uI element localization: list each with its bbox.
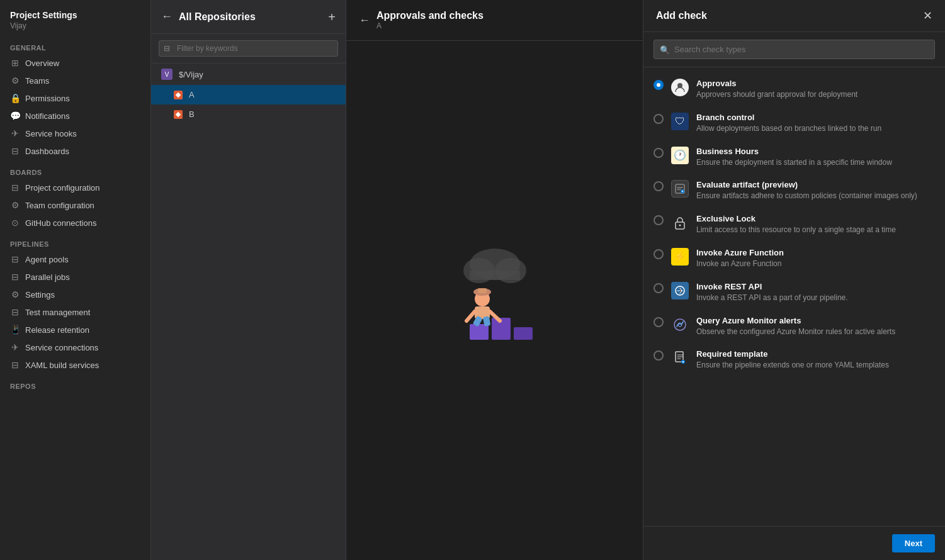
xaml-icon: ⊟ xyxy=(10,360,20,370)
lock-icon: 🔒 xyxy=(10,93,20,103)
sidebar-section-repos: Repos xyxy=(0,374,150,393)
svg-rect-12 xyxy=(478,288,487,293)
svg-point-19 xyxy=(679,225,681,227)
check-radio-required-template[interactable] xyxy=(654,350,664,361)
check-item-evaluate-artifact[interactable]: Evaluate artifact (preview) Ensure artif… xyxy=(643,174,945,208)
sidebar-section-general: General xyxy=(0,35,150,54)
check-search-input[interactable] xyxy=(654,40,935,59)
repo-group-icon: V xyxy=(161,69,173,80)
sidebar-item-test-management[interactable]: ⊟ Test management xyxy=(0,303,150,321)
repo-item-a[interactable]: A xyxy=(151,85,346,104)
repos-back-button[interactable]: ← xyxy=(161,10,173,23)
check-icon-business-hours: 🕐 xyxy=(671,147,689,164)
check-item-branch-control[interactable]: 🛡 Branch control Allow deployments based… xyxy=(643,106,945,140)
empty-illustration xyxy=(419,230,570,356)
repos-header: ← All Repositories + xyxy=(151,0,346,34)
check-radio-invoke-rest[interactable] xyxy=(654,283,664,293)
svg-rect-6 xyxy=(514,327,533,340)
teams-icon: ⚙ xyxy=(10,76,20,86)
check-item-required-template[interactable]: Required template Ensure the pipeline ex… xyxy=(643,343,945,377)
sidebar: Project Settings Vijay General ⊞ Overvie… xyxy=(0,0,151,560)
check-radio-query-monitor[interactable] xyxy=(654,317,664,327)
sidebar-item-service-connections[interactable]: ✈ Service connections xyxy=(0,339,150,356)
test-icon: ⊟ xyxy=(10,307,20,317)
parallel-jobs-icon: ⊟ xyxy=(10,272,20,282)
dashboard-icon: ⊟ xyxy=(10,146,20,156)
check-icon-required-template xyxy=(671,349,689,367)
check-item-exclusive-lock[interactable]: Exclusive Lock Limit access to this reso… xyxy=(643,208,945,242)
repo-item-b[interactable]: B xyxy=(151,104,346,124)
repos-filter-input[interactable] xyxy=(159,40,338,57)
settings-icon: ⚙ xyxy=(10,289,20,300)
main-back-button[interactable]: ← xyxy=(359,14,370,27)
check-radio-invoke-azure[interactable] xyxy=(654,249,664,259)
retention-icon: 📱 xyxy=(10,325,20,335)
check-name-exclusive-lock: Exclusive Lock xyxy=(696,214,935,223)
sidebar-item-overview[interactable]: ⊞ Overview xyxy=(0,54,150,72)
repo-dot-inner-b xyxy=(176,111,181,116)
check-item-business-hours[interactable]: 🕐 Business Hours Ensure the deployment i… xyxy=(643,140,945,174)
check-icon-invoke-azure: ⚡ xyxy=(671,248,689,266)
add-check-close-button[interactable]: ✕ xyxy=(923,10,932,21)
sidebar-item-parallel-jobs[interactable]: ⊟ Parallel jobs xyxy=(0,268,150,286)
check-radio-branch-control[interactable] xyxy=(654,114,664,124)
svg-rect-3 xyxy=(470,271,520,280)
check-item-approvals[interactable]: Approvals Approvers should grant approva… xyxy=(643,72,945,106)
sidebar-item-agent-pools[interactable]: ⊟ Agent pools xyxy=(0,250,150,268)
svg-point-21 xyxy=(674,319,686,330)
sidebar-item-teams[interactable]: ⚙ Teams xyxy=(0,72,150,89)
sidebar-item-project-config[interactable]: ⊟ Project configuration xyxy=(0,179,150,196)
team-config-icon: ⚙ xyxy=(10,200,20,210)
check-radio-evaluate-artifact[interactable] xyxy=(654,181,664,191)
check-icon-query-monitor xyxy=(671,316,689,333)
check-item-query-monitor[interactable]: Query Azure Monitor alerts Observe the c… xyxy=(643,310,945,344)
sidebar-item-dashboards[interactable]: ⊟ Dashboards xyxy=(0,142,150,160)
add-check-search-section: 🔍 xyxy=(643,32,945,67)
agent-pools-icon: ⊟ xyxy=(10,254,20,264)
check-info-invoke-rest: Invoke REST API Invoke a REST API as a p… xyxy=(696,282,935,303)
check-name-query-monitor: Query Azure Monitor alerts xyxy=(696,316,935,325)
sidebar-item-settings[interactable]: ⚙ Settings xyxy=(0,286,150,303)
sidebar-item-permissions[interactable]: 🔒 Permissions xyxy=(0,89,150,107)
main-panel-title: Approvals and checks xyxy=(376,10,484,21)
check-name-business-hours: Business Hours xyxy=(696,147,935,156)
check-name-invoke-azure: Invoke Azure Function xyxy=(696,248,935,257)
svg-rect-4 xyxy=(470,324,489,340)
hook-icon: ✈ xyxy=(10,128,20,138)
check-icon-branch-control: 🛡 xyxy=(671,113,689,130)
repo-group-vijay[interactable]: V $/Vijay xyxy=(151,64,346,85)
check-name-branch-control: Branch control xyxy=(696,113,935,122)
sidebar-item-xaml[interactable]: ⊟ XAML build services xyxy=(0,356,150,374)
repos-panel: ← All Repositories + ⊟ V $/Vijay A B xyxy=(151,0,346,560)
empty-state-svg xyxy=(419,230,570,356)
grid-icon: ⊞ xyxy=(10,58,20,68)
repo-group-label: $/Vijay xyxy=(179,70,203,79)
sidebar-section-boards: Boards xyxy=(0,160,150,179)
sidebar-item-notifications[interactable]: 💬 Notifications xyxy=(0,107,150,125)
check-info-query-monitor: Query Azure Monitor alerts Observe the c… xyxy=(696,316,935,337)
project-config-icon: ⊟ xyxy=(10,182,20,193)
check-info-invoke-azure: Invoke Azure Function Invoke an Azure Fu… xyxy=(696,248,935,269)
check-icon-exclusive-lock xyxy=(671,214,689,232)
check-item-invoke-azure[interactable]: ⚡ Invoke Azure Function Invoke an Azure … xyxy=(643,242,945,276)
repos-add-button[interactable]: + xyxy=(328,11,336,23)
sidebar-item-github[interactable]: ⊙ GitHub connections xyxy=(0,214,150,232)
sidebar-user: Vijay xyxy=(10,21,140,30)
sidebar-item-service-hooks[interactable]: ✈ Service hooks xyxy=(0,125,150,142)
main-header: ← Approvals and checks A xyxy=(346,0,643,41)
check-name-evaluate-artifact: Evaluate artifact (preview) xyxy=(696,180,935,189)
check-radio-exclusive-lock[interactable] xyxy=(654,215,664,225)
add-check-panel: Add check ✕ 🔍 Approvals Approvers should… xyxy=(643,0,945,560)
check-radio-business-hours[interactable] xyxy=(654,148,664,158)
check-icon-invoke-rest xyxy=(671,282,689,300)
check-desc-branch-control: Allow deployments based on branches link… xyxy=(696,123,935,134)
chat-icon: 💬 xyxy=(10,111,20,121)
check-item-invoke-rest[interactable]: Invoke REST API Invoke a REST API as a p… xyxy=(643,276,945,310)
check-icon-approvals xyxy=(671,79,689,96)
sidebar-item-team-config[interactable]: ⚙ Team configuration xyxy=(0,196,150,214)
sidebar-item-release-retention[interactable]: 📱 Release retention xyxy=(0,321,150,339)
check-desc-required-template: Ensure the pipeline extends one or more … xyxy=(696,360,935,371)
next-button[interactable]: Next xyxy=(892,534,935,552)
check-radio-approvals[interactable] xyxy=(654,80,664,90)
repos-filter-section: ⊟ xyxy=(151,34,346,64)
